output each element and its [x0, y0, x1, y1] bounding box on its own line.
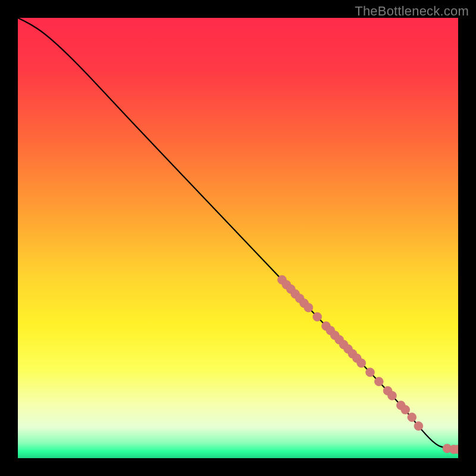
watermark-text: TheBottleneck.com	[355, 4, 469, 19]
data-point	[313, 312, 322, 321]
data-point	[366, 368, 375, 377]
data-point	[408, 413, 416, 422]
data-point	[388, 391, 397, 400]
data-point	[414, 421, 423, 430]
data-point	[304, 303, 313, 312]
data-point	[357, 359, 366, 368]
data-point	[374, 377, 383, 386]
chart-stage: TheBottleneck.com	[0, 0, 476, 476]
bottleneck-chart	[18, 18, 458, 458]
data-point	[401, 405, 410, 414]
